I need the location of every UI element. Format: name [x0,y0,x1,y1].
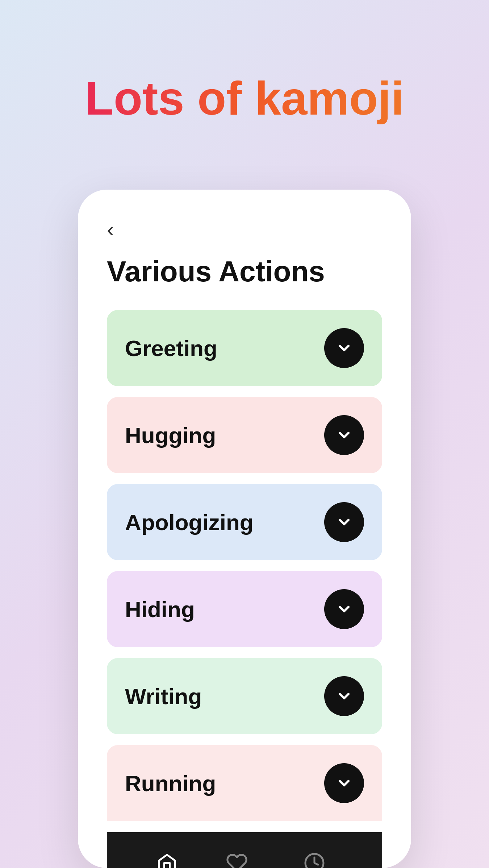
category-item-writing[interactable]: Writing [107,658,382,734]
nav-favorites[interactable]: Favorites [210,850,264,868]
chevron-down-icon [335,339,353,357]
category-label-writing: Writing [125,683,202,709]
chevron-circle [324,763,364,803]
chevron-circle [324,589,364,629]
chevron-circle [324,415,364,455]
back-button[interactable]: ‹ [107,219,114,240]
category-label-running: Running [125,770,216,796]
chevron-down-icon [335,513,353,531]
hero-title: Lots of kamoji [63,73,426,124]
chevron-circle [324,676,364,716]
chevron-down-icon [335,600,353,618]
page-title: Various Actions [107,255,382,288]
heart-icon [224,850,250,868]
category-item-apologizing[interactable]: Apologizing [107,484,382,560]
chevron-down-icon [335,774,353,792]
chevron-down-icon [335,687,353,705]
clock-icon [302,850,327,868]
bottom-nav: Categories Favorites Recently used [107,832,382,868]
category-list: GreetingHuggingApologizingHidingWritingR… [107,310,382,821]
chevron-down-icon [335,426,353,444]
category-item-greeting[interactable]: Greeting [107,310,382,386]
category-item-running[interactable]: Running [107,745,382,821]
home-icon [154,850,180,868]
category-label-hiding: Hiding [125,596,195,622]
category-item-hugging[interactable]: Hugging [107,397,382,473]
category-label-greeting: Greeting [125,335,217,361]
chevron-circle [324,502,364,542]
chevron-circle [324,328,364,368]
category-label-hugging: Hugging [125,422,216,448]
category-label-apologizing: Apologizing [125,509,254,535]
category-item-hiding[interactable]: Hiding [107,571,382,647]
nav-categories[interactable]: Categories [133,850,201,868]
phone-card: ‹ Various Actions GreetingHuggingApologi… [78,190,411,868]
nav-recently-used[interactable]: Recently used [273,850,356,868]
